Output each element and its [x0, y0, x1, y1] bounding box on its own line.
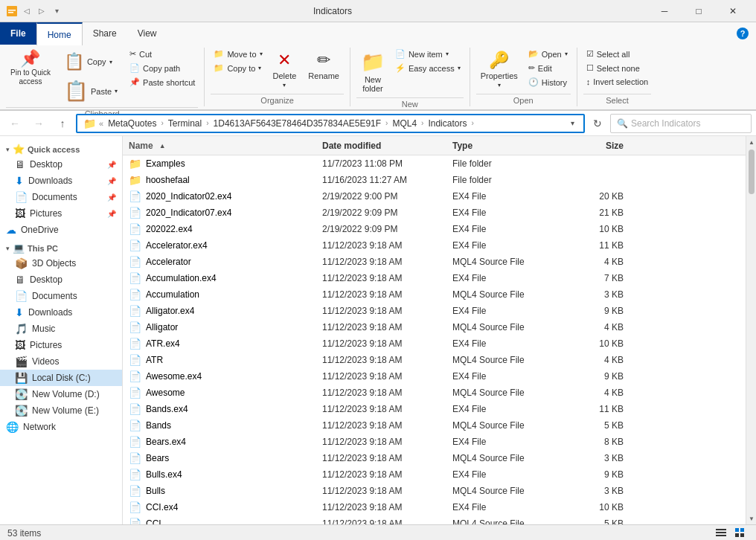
- history-button[interactable]: 🕐 History: [525, 76, 571, 89]
- close-button[interactable]: ✕: [716, 0, 750, 22]
- file-row[interactable]: 📄 Alligator.ex4 11/12/2023 9:18 AM EX4 F…: [123, 303, 746, 319]
- tab-share[interactable]: Share: [83, 22, 127, 45]
- file-row[interactable]: 📄 CCI 11/12/2023 9:18 AM MQL4 Source Fil…: [123, 515, 746, 524]
- file-name: ATR: [146, 355, 163, 365]
- file-name: CCI.ex4: [146, 502, 178, 512]
- tab-view[interactable]: View: [127, 22, 167, 45]
- file-row[interactable]: 📁 Examples 11/7/2023 11:08 PM File folde…: [123, 155, 746, 172]
- window-icon: [6, 5, 18, 17]
- move-to-button[interactable]: 📁 Move to ▾: [211, 48, 265, 60]
- sidebar-item-downloads2[interactable]: ⬇ Downloads: [0, 304, 122, 321]
- help-button[interactable]: ?: [732, 26, 753, 41]
- sidebar-item-new-volume-e[interactable]: 💽 New Volume (E:): [0, 402, 122, 419]
- file-row[interactable]: 📄 Accumulation.ex4 11/12/2023 9:18 AM EX…: [123, 270, 746, 286]
- minimize-button[interactable]: ─: [647, 0, 682, 22]
- sidebar-item-documents[interactable]: 📄 Documents 📌: [0, 189, 122, 205]
- file-row[interactable]: 📄 Bands.ex4 11/12/2023 9:18 AM EX4 File …: [123, 401, 746, 417]
- breadcrumb-hash[interactable]: 1D4613AF5643E78464D357834AE5E91F: [211, 117, 385, 130]
- edit-button[interactable]: ✏ Edit: [525, 62, 571, 74]
- sidebar-item-local-disk[interactable]: 💾 Local Disk (C:): [0, 370, 122, 386]
- file-row[interactable]: 📄 CCI.ex4 11/12/2023 9:18 AM EX4 File 10…: [123, 499, 746, 515]
- delete-button[interactable]: ✕ Delete ▾: [269, 48, 301, 91]
- file-row[interactable]: 📄 2020_Indicator02.ex4 2/19/2022 9:00 PM…: [123, 188, 746, 205]
- pin-quick-access-button[interactable]: 📌 Pin to Quickaccess: [6, 48, 55, 89]
- invert-selection-button[interactable]: ↕ Invert selection: [583, 76, 651, 88]
- maximize-button[interactable]: □: [682, 0, 716, 22]
- search-bar[interactable]: 🔍 Search Indicators: [610, 114, 752, 133]
- mql4-file-icon: 📄: [129, 452, 141, 464]
- file-row[interactable]: 📄 Bulls 11/12/2023 9:18 AM MQL4 Source F…: [123, 483, 746, 499]
- file-row[interactable]: 📄 ATR.ex4 11/12/2023 9:18 AM EX4 File 10…: [123, 335, 746, 352]
- back-button[interactable]: ←: [4, 114, 25, 133]
- col-size[interactable]: Size: [564, 141, 624, 151]
- file-row[interactable]: 📄 202022.ex4 2/19/2022 9:09 PM EX4 File …: [123, 221, 746, 237]
- sidebar-item-onedrive[interactable]: ☁ OneDrive: [0, 222, 122, 238]
- sidebar-item-new-volume-d[interactable]: 💽 New Volume (D:): [0, 386, 122, 402]
- paste-shortcut-button[interactable]: 📌 Paste shortcut: [126, 76, 198, 89]
- sidebar-item-videos[interactable]: 🎬 Videos: [0, 353, 122, 370]
- sidebar-item-pictures[interactable]: 🖼 Pictures 📌: [0, 205, 122, 222]
- copy-path-button[interactable]: 📄 Copy path: [126, 62, 198, 74]
- file-name: hooshefaal: [146, 175, 190, 185]
- sidebar-item-downloads[interactable]: ⬇ Downloads 📌: [0, 173, 122, 189]
- file-size: 5 KB: [564, 518, 624, 524]
- new-folder-button[interactable]: 📁 Newfolder: [356, 48, 389, 96]
- new-item-button[interactable]: 📄 New item ▾: [392, 48, 464, 60]
- breadcrumb-mql4[interactable]: MQL4: [389, 117, 420, 130]
- address-bar[interactable]: 📁 « MetaQuotes › Terminal › 1D4613AF5643…: [76, 114, 585, 133]
- copy-button[interactable]: 📋 Copy ▾: [58, 48, 124, 76]
- scroll-up-button[interactable]: ▲: [746, 136, 756, 148]
- sidebar-item-desktop[interactable]: 🖥 Desktop 📌: [0, 156, 122, 173]
- scroll-down-button[interactable]: ▼: [746, 512, 756, 524]
- file-row[interactable]: 📄 Bands 11/12/2023 9:18 AM MQL4 Source F…: [123, 417, 746, 434]
- file-row[interactable]: 📁 hooshefaal 11/16/2023 11:27 AM File fo…: [123, 172, 746, 188]
- file-type: EX4 File: [452, 437, 564, 447]
- tab-home[interactable]: Home: [36, 22, 83, 45]
- cut-button[interactable]: ✂ Cut: [126, 48, 198, 60]
- file-row[interactable]: 📄 Awesome 11/12/2023 9:18 AM MQL4 Source…: [123, 385, 746, 401]
- refresh-button[interactable]: ↻: [588, 114, 607, 133]
- scrollbar[interactable]: ▲ ▼: [746, 136, 756, 524]
- mql4-file-icon: 📄: [129, 518, 141, 524]
- file-row[interactable]: 📄 Bears 11/12/2023 9:18 AM MQL4 Source F…: [123, 450, 746, 466]
- sidebar-item-desktop2[interactable]: 🖥 Desktop: [0, 271, 122, 288]
- col-date[interactable]: Date modified: [322, 141, 452, 151]
- file-row[interactable]: 📄 Accumulation 11/12/2023 9:18 AM MQL4 S…: [123, 286, 746, 303]
- easy-access-button[interactable]: ⚡ Easy access ▾: [392, 62, 464, 74]
- select-none-button[interactable]: ☐ Select none: [583, 62, 651, 74]
- sidebar-section-thispc[interactable]: ▾ 💻 This PC: [0, 238, 122, 255]
- copy-to-button[interactable]: 📁 Copy to ▾: [211, 62, 265, 74]
- breadcrumb-indicators[interactable]: Indicators: [425, 117, 470, 130]
- details-view-button[interactable]: [713, 527, 729, 540]
- address-dropdown-icon[interactable]: ▾: [568, 119, 577, 127]
- sidebar-item-3dobjects[interactable]: 📦 3D Objects: [0, 255, 122, 271]
- file-name: Bulls.ex4: [146, 469, 182, 480]
- rename-button[interactable]: ✏ Rename: [304, 48, 344, 83]
- properties-button[interactable]: 🔑 Properties ▾: [476, 48, 522, 91]
- up-button[interactable]: ↑: [52, 114, 73, 133]
- large-icons-view-button[interactable]: [732, 527, 749, 540]
- sidebar-item-documents2[interactable]: 📄 Documents: [0, 288, 122, 304]
- breadcrumb-terminal[interactable]: Terminal: [165, 117, 205, 130]
- tab-file[interactable]: File: [0, 22, 36, 45]
- sidebar-item-network[interactable]: 🌐 Network: [0, 419, 122, 435]
- col-name[interactable]: Name ▲: [129, 141, 322, 151]
- sidebar-item-pictures2[interactable]: 🖼 Pictures: [0, 337, 122, 353]
- file-row[interactable]: 📄 Bulls.ex4 11/12/2023 9:18 AM EX4 File …: [123, 466, 746, 483]
- select-all-button[interactable]: ☑ Select all: [583, 48, 651, 60]
- file-row[interactable]: 📄 ATR 11/12/2023 9:18 AM MQL4 Source Fil…: [123, 352, 746, 368]
- col-type[interactable]: Type: [452, 141, 564, 151]
- scroll-thumb[interactable]: [749, 150, 755, 194]
- file-row[interactable]: 📄 2020_Indicator07.ex4 2/19/2022 9:09 PM…: [123, 205, 746, 221]
- open-button[interactable]: 📂 Open ▾: [525, 48, 571, 60]
- sidebar-item-music[interactable]: 🎵 Music: [0, 321, 122, 337]
- file-row[interactable]: 📄 Accelerator 11/12/2023 9:18 AM MQL4 So…: [123, 254, 746, 270]
- file-row[interactable]: 📄 Bears.ex4 11/12/2023 9:18 AM EX4 File …: [123, 434, 746, 450]
- paste-button[interactable]: 📋 Paste ▾: [58, 77, 124, 106]
- file-row[interactable]: 📄 Awesome.ex4 11/12/2023 9:18 AM EX4 Fil…: [123, 368, 746, 385]
- file-row[interactable]: 📄 Accelerator.ex4 11/12/2023 9:18 AM EX4…: [123, 237, 746, 254]
- breadcrumb-metaquotes[interactable]: MetaQuotes: [105, 117, 159, 130]
- file-row[interactable]: 📄 Alligator 11/12/2023 9:18 AM MQL4 Sour…: [123, 319, 746, 335]
- sidebar-section-quick-access[interactable]: ▾ ⭐ Quick access: [0, 139, 122, 156]
- forward-button[interactable]: →: [28, 114, 49, 133]
